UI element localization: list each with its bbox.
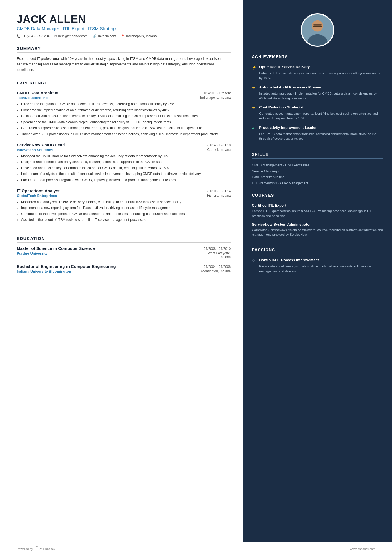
phone-number: +1-(234)-555-1234 bbox=[22, 34, 49, 38]
course-desc-2: Completed ServiceNow System Administrato… bbox=[252, 228, 383, 237]
education-entry-2: Bachelor of Engineering in Computer Engi… bbox=[17, 264, 231, 273]
courses-title: COURSES bbox=[252, 193, 383, 199]
location-text: Indianapolis, Indiana bbox=[126, 34, 157, 38]
exp-location-3: Fishers, Indiana bbox=[207, 194, 231, 198]
skills-section: SKILLS CMDB Management · ITSM Processes … bbox=[252, 152, 383, 186]
experience-entry-3: IT Operations Analyst 09/2010 - 05/2014 … bbox=[17, 188, 231, 223]
achievement-title-4: Productivity Improvement Leader bbox=[259, 125, 317, 130]
heart-icon: ♡ bbox=[252, 258, 257, 263]
exp-dates-1: 01/2019 - Present bbox=[204, 91, 231, 95]
page-footer: Powered by ⌒∞ Enhancv www.enhancv.com bbox=[0, 542, 392, 555]
education-entry-1: Master of Science in Computer Science 01… bbox=[17, 246, 231, 259]
star-icon-1: ★ bbox=[252, 85, 257, 90]
email-address: help@enhancv.com bbox=[58, 34, 87, 38]
bullet-item: Developed and tracked key performance in… bbox=[21, 166, 231, 171]
skills-title: SKILLS bbox=[252, 152, 383, 159]
summary-section: SUMMARY Experienced IT professional with… bbox=[17, 46, 231, 73]
bullet-item: Assisted in the rollout of ITSM tools to… bbox=[21, 217, 231, 223]
course-title-2: ServiceNow System Administrator bbox=[252, 222, 383, 226]
exp-location-2: Carmel, Indiana bbox=[207, 148, 231, 152]
exp-dates-3: 09/2010 - 05/2014 bbox=[204, 189, 231, 193]
avatar bbox=[301, 13, 334, 47]
achievement-title-1: Optimized IT Service Delivery bbox=[259, 65, 310, 70]
achievement-1: ⚡ Optimized IT Service Delivery Enhanced… bbox=[252, 65, 383, 81]
edu-school-1: Purdue University bbox=[17, 251, 48, 259]
bullet-item: Led a team of analysts in the pursuit of… bbox=[21, 171, 231, 177]
achievement-4: ✔ Productivity Improvement Leader Led CM… bbox=[252, 125, 383, 141]
star-icon-2: ★ bbox=[252, 105, 257, 110]
bullet-item: Collaborated with cross-functional teams… bbox=[21, 114, 231, 119]
achievement-3: ★ Cost Reduction Strategist Generated as… bbox=[252, 105, 383, 121]
bullet-item: Contributed to the development of CMDB d… bbox=[21, 211, 231, 217]
achievement-2: ★ Automated Audit Processes Pioneer Init… bbox=[252, 85, 383, 101]
exp-role-3: IT Operations Analyst bbox=[17, 188, 59, 193]
link-icon: 🔗 bbox=[93, 34, 96, 38]
footer-left: Powered by ⌒∞ Enhancv bbox=[17, 546, 55, 552]
experience-section: EXPERIENCE CMDB Data Architect 01/2019 -… bbox=[17, 80, 231, 228]
check-icon: ✔ bbox=[252, 126, 257, 130]
exp-role-1: CMDB Data Architect bbox=[17, 90, 58, 95]
lightning-icon: ⚡ bbox=[252, 65, 257, 70]
enhancv-logo: ⌒∞ Enhancv bbox=[34, 546, 55, 552]
edu-degree-1: Master of Science in Computer Science bbox=[17, 246, 95, 251]
course-1: Certified ITIL Expert Earned ITIL Expert… bbox=[252, 203, 383, 218]
brand-name: Enhancv bbox=[43, 547, 55, 551]
exp-role-2: ServiceNow CMDB Lead bbox=[17, 142, 65, 147]
contact-row: 📞 +1-(234)-555-1234 ✉ help@enhancv.com 🔗… bbox=[17, 34, 231, 38]
passion-title-1: Continual IT Process Improvement bbox=[259, 258, 319, 263]
achievement-desc-4: Led CMDB data management trainings incre… bbox=[252, 132, 383, 141]
phone-contact: 📞 +1-(234)-555-1234 bbox=[17, 34, 49, 38]
achievement-desc-2: Initiated automated audit implementation… bbox=[252, 91, 383, 101]
logo-icon: ⌒∞ bbox=[34, 546, 42, 552]
achievement-desc-3: Generated asset management reports, iden… bbox=[252, 111, 383, 121]
achievements-title: ACHIEVEMENTS bbox=[252, 55, 383, 61]
experience-entry-1: CMDB Data Architect 01/2019 - Present Te… bbox=[17, 90, 231, 137]
exp-company-3: GlobalTech Enterprises bbox=[17, 194, 57, 198]
bullet-item: Generated comprehensive asset management… bbox=[21, 125, 231, 131]
passion-desc-1: Passionate about leveraging data to driv… bbox=[252, 264, 383, 274]
left-column: JACK ALLEN CMDB Data Manager | ITIL Expe… bbox=[0, 0, 243, 542]
summary-text: Experienced IT professional with 10+ yea… bbox=[17, 56, 231, 73]
bullet-item: Pioneered the implementation of an autom… bbox=[21, 108, 231, 113]
bullet-item: Trained over 50 IT professionals in CMDB… bbox=[21, 132, 231, 137]
exp-company-1: TechSolutions Inc. bbox=[17, 96, 49, 100]
edu-dates-2: 01/2004 - 01/2008 bbox=[204, 265, 231, 269]
bullet-item: Designed and enforced data entry standar… bbox=[21, 159, 231, 165]
candidate-title: CMDB Data Manager | ITIL Expert | ITSM S… bbox=[17, 26, 231, 31]
passion-1: ♡ Continual IT Process Improvement Passi… bbox=[252, 258, 383, 274]
right-column: ACHIEVEMENTS ⚡ Optimized IT Service Deli… bbox=[243, 0, 392, 542]
achievement-title-2: Automated Audit Processes Pioneer bbox=[259, 85, 321, 90]
powered-by-text: Powered by bbox=[17, 547, 33, 551]
phone-icon: 📞 bbox=[17, 34, 21, 38]
edu-dates-1: 01/2008 - 01/2010 bbox=[204, 247, 231, 251]
exp-dates-2: 06/2014 - 12/2018 bbox=[204, 143, 231, 147]
exp-location-1: Indianapolis, Indiana bbox=[200, 96, 231, 100]
achievement-desc-1: Enhanced IT service delivery metrics ana… bbox=[252, 71, 383, 81]
avatar-container bbox=[252, 13, 383, 47]
course-title-1: Certified ITIL Expert bbox=[252, 203, 383, 208]
course-2: ServiceNow System Administrator Complete… bbox=[252, 222, 383, 237]
linkedin-contact[interactable]: 🔗 linkedin.com bbox=[93, 34, 116, 38]
education-title: EDUCATION bbox=[17, 236, 231, 243]
email-contact: ✉ help@enhancv.com bbox=[54, 34, 87, 38]
edu-location-2: Bloomington, Indiana bbox=[199, 269, 231, 273]
edu-school-2: Indiana University Bloomington bbox=[17, 269, 71, 273]
courses-section: COURSES Certified ITIL Expert Earned ITI… bbox=[252, 193, 383, 241]
bullet-item: Spearheaded the CMDB data cleanup projec… bbox=[21, 120, 231, 125]
passions-title: PASSIONS bbox=[252, 248, 383, 254]
bullet-item: Monitored and analyzed IT service delive… bbox=[21, 199, 231, 205]
email-icon: ✉ bbox=[54, 34, 57, 38]
skills-text: CMDB Management · ITSM Processes · Servi… bbox=[252, 162, 383, 186]
education-section: EDUCATION Master of Science in Computer … bbox=[17, 236, 231, 278]
location-contact: 📍 Indianapolis, Indiana bbox=[121, 34, 157, 38]
experience-title: EXPERIENCE bbox=[17, 80, 231, 87]
achievement-title-3: Cost Reduction Strategist bbox=[259, 105, 304, 110]
summary-title: SUMMARY bbox=[17, 46, 231, 53]
achievements-section: ACHIEVEMENTS ⚡ Optimized IT Service Deli… bbox=[252, 55, 383, 145]
bullet-item: Directed the integration of CMDB data ac… bbox=[21, 102, 231, 107]
bullet-item: Managed the CMDB module for ServiceNow, … bbox=[21, 154, 231, 159]
exp-bullets-1: Directed the integration of CMDB data ac… bbox=[17, 102, 231, 137]
bullet-item: Facilitated ITSM process integration wit… bbox=[21, 177, 231, 183]
exp-bullets-3: Monitored and analyzed IT service delive… bbox=[17, 199, 231, 223]
linkedin-url: linkedin.com bbox=[98, 34, 116, 38]
